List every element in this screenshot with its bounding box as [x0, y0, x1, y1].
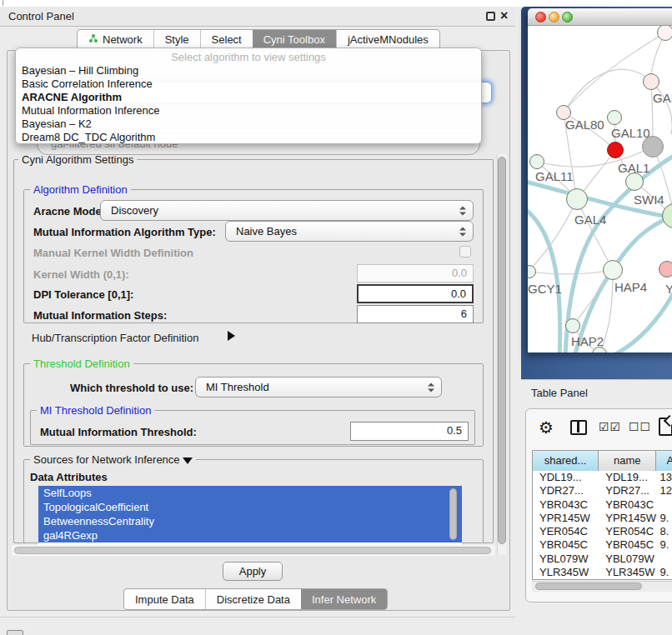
- aracne-mode-combo[interactable]: Discovery: [100, 200, 474, 221]
- kernel-width-field[interactable]: 0.0: [357, 264, 474, 282]
- table-row[interactable]: YDL19...YDL19...13: [533, 471, 672, 484]
- network-view-window[interactable]: GALGAL80GAL10GAL1GAL11SWI4GAL4GCY1HAP4YH…: [528, 8, 672, 352]
- deselect-all-icon[interactable]: ☐☐: [629, 420, 651, 433]
- table-cell: YIL052C: [533, 579, 599, 580]
- algorithm-option[interactable]: Dream8 DC_TDC Algorithm: [16, 131, 481, 144]
- which-threshold-combo[interactable]: MI Threshold: [195, 377, 442, 398]
- algorithm-option[interactable]: Mutual Information Inference: [16, 104, 481, 118]
- tab-style[interactable]: Style: [153, 30, 200, 48]
- zoom-traffic-light-icon[interactable]: [562, 12, 573, 22]
- network-node-hap2[interactable]: [565, 318, 580, 333]
- document-icon[interactable]: [659, 418, 672, 436]
- minimize-traffic-light-icon[interactable]: [549, 12, 559, 22]
- table-row[interactable]: YBR045CYBR045C9.: [533, 538, 672, 552]
- network-node-label: GAL: [653, 91, 672, 105]
- top-left-tick: [3, 0, 3, 6]
- close-traffic-light-icon[interactable]: [535, 12, 546, 22]
- mi-threshold-field[interactable]: 0.5: [350, 422, 469, 441]
- dpi-tolerance-field[interactable]: 0.0: [357, 284, 474, 303]
- tab-select[interactable]: Select: [200, 30, 253, 48]
- tab-cyni-toolbox[interactable]: Cyni Toolbox: [253, 30, 336, 48]
- collapse-arrow-icon[interactable]: [183, 458, 193, 464]
- apply-button[interactable]: Apply: [223, 562, 283, 581]
- network-node-label: Y: [665, 282, 672, 296]
- table-row[interactable]: YDR27...YDR27...12: [533, 484, 672, 498]
- bottom-corner-button[interactable]: [7, 630, 23, 635]
- cyni-algorithm-settings-title: Cyni Algorithm Settings: [18, 153, 137, 166]
- tab-network[interactable]: Network: [78, 30, 153, 48]
- top-strip: [0, 0, 672, 7]
- table-row[interactable]: YBL079WYBL079W: [533, 552, 672, 566]
- control-panel-title: Control Panel: [8, 10, 74, 22]
- table-cell: [657, 552, 672, 566]
- mi-steps-field[interactable]: 6: [357, 305, 474, 323]
- network-node-label: GAL4: [574, 212, 606, 227]
- tab-jactivemnodules[interactable]: jActiveMNodules: [336, 30, 439, 48]
- table-row[interactable]: YPR145WYPR145W9.: [533, 512, 672, 525]
- network-node[interactable]: [657, 26, 672, 41]
- network-canvas[interactable]: GALGAL80GAL10GAL1GAL11SWI4GAL4GCY1HAP4YH…: [528, 26, 672, 352]
- attributes-list-scrollbar[interactable]: [449, 488, 457, 540]
- algorithm-option[interactable]: Bayesian – Hill Climbing: [16, 64, 481, 78]
- attribute-item[interactable]: BetweennessCentrality: [38, 514, 462, 528]
- network-node-gal[interactable]: [643, 73, 659, 90]
- table-header-2[interactable]: A: [656, 451, 672, 471]
- table-cell: YBL079W: [533, 552, 599, 566]
- network-node-gal11[interactable]: [529, 154, 544, 169]
- manual-kernel-checkbox[interactable]: [459, 246, 471, 258]
- table-cell: YDL19...: [533, 471, 599, 484]
- select-all-icon[interactable]: ☑☑: [599, 420, 621, 433]
- algorithm-definition-title: Algorithm Definition: [30, 183, 131, 196]
- table-row[interactable]: YBR043CYBR043C: [533, 498, 672, 512]
- table-header-1[interactable]: name: [599, 451, 656, 471]
- gear-icon[interactable]: ⚙: [539, 418, 554, 438]
- table-cell: YBR043C: [599, 498, 656, 512]
- network-node-gal4[interactable]: [566, 188, 588, 210]
- network-node-gal1[interactable]: [625, 172, 644, 191]
- attribute-item[interactable]: TopologicalCoefficient: [38, 500, 462, 514]
- hub-definition-label[interactable]: Hub/Transcription Factor Definition: [32, 332, 198, 344]
- table-row[interactable]: YIL052CYIL052C9: [533, 579, 672, 580]
- network-node-label: GAL80: [565, 118, 604, 132]
- bottom-divider: [0, 617, 515, 618]
- data-attributes-list[interactable]: SelfLoopsTopologicalCoefficientBetweenne…: [38, 486, 462, 545]
- tab-discretize-data[interactable]: Discretize Data: [205, 589, 301, 609]
- tab-infer-network[interactable]: Infer Network: [301, 589, 387, 609]
- close-icon[interactable]: ×: [500, 8, 508, 24]
- network-window-titlebar[interactable]: [528, 8, 672, 26]
- attribute-item[interactable]: SelfLoops: [38, 486, 462, 500]
- table-cell: 9.: [657, 512, 672, 525]
- expand-arrow-icon[interactable]: [228, 331, 235, 341]
- settings-hscrollbar-thumb[interactable]: [14, 547, 491, 554]
- table-row[interactable]: YLR345WYLR345W9.: [533, 566, 672, 579]
- table-hscrollbar-thumb[interactable]: [535, 582, 642, 590]
- tab-impute-data[interactable]: Impute Data: [124, 589, 205, 609]
- network-node-gal10[interactable]: [607, 110, 622, 125]
- columns-icon[interactable]: [570, 420, 587, 435]
- mi-type-combo[interactable]: Naive Bayes: [225, 221, 474, 242]
- algorithm-option[interactable]: Basic Correlation Inference: [16, 78, 481, 91]
- tab-label: jActiveMNodules: [348, 33, 429, 46]
- kernel-width-label: Kernel Width (0,1):: [33, 268, 129, 281]
- tab-label: Select: [212, 33, 242, 46]
- network-node-hap4[interactable]: [603, 260, 623, 280]
- algorithm-option[interactable]: ARACNE Algorithm: [16, 91, 481, 104]
- network-node[interactable]: [642, 136, 664, 158]
- table-cell: YLR345W: [599, 566, 656, 579]
- table-header-0[interactable]: shared...: [533, 451, 599, 471]
- algorithm-popup-prompt: Select algorithm to view settings: [16, 50, 481, 64]
- network-node-y[interactable]: [659, 261, 672, 278]
- table-cell: YBR045C: [533, 538, 599, 552]
- table-row[interactable]: YER054CYER054C8.: [533, 525, 672, 538]
- float-window-icon[interactable]: [486, 12, 495, 21]
- sources-title: Sources for Network Inference: [30, 453, 196, 466]
- network-node[interactable]: [607, 142, 624, 158]
- table-cell: YBR043C: [533, 498, 599, 512]
- attribute-item[interactable]: gal4RGexp: [38, 528, 462, 542]
- node-attribute-table[interactable]: shared...nameAYDL19...YDL19...13YDR27...…: [532, 450, 672, 580]
- settings-vscrollbar-thumb[interactable]: [498, 157, 506, 544]
- network-node-label: HAP4: [614, 280, 647, 294]
- algorithm-option[interactable]: Bayesian – K2: [16, 118, 481, 131]
- table-cell: YIL052C: [599, 579, 656, 580]
- data-attributes-label: Data Attributes: [30, 471, 108, 483]
